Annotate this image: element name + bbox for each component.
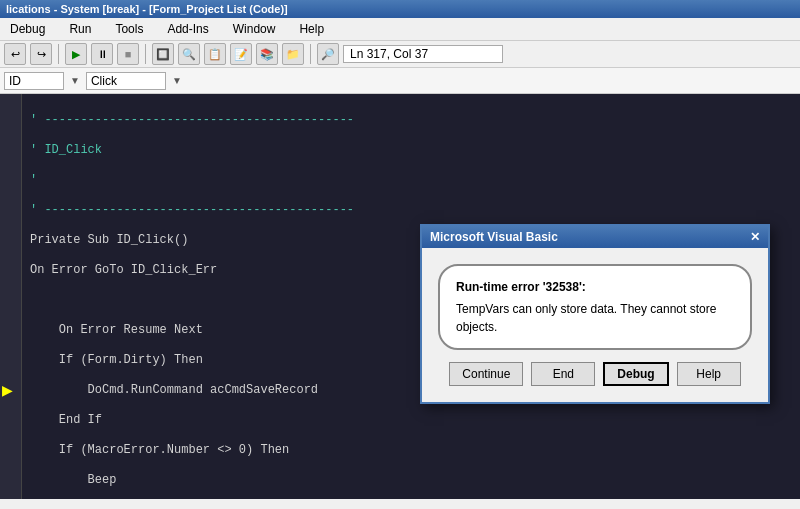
code-line-12: If (MacroError.Number <> 0) Then	[30, 442, 792, 458]
toolbar-btn-breakpoint[interactable]: 🔲	[152, 43, 174, 65]
sub-toolbar: ID ▼ Click ▼	[0, 68, 800, 94]
dialog-title-text: Microsoft Visual Basic	[430, 230, 558, 244]
event-selector[interactable]: Click	[86, 72, 166, 90]
menu-window[interactable]: Window	[227, 20, 282, 38]
end-button[interactable]: End	[531, 362, 595, 386]
menu-tools[interactable]: Tools	[109, 20, 149, 38]
menu-run[interactable]: Run	[63, 20, 97, 38]
toolbar-btn-pause[interactable]: ⏸	[91, 43, 113, 65]
toolbar-btn-undo[interactable]: ↩	[4, 43, 26, 65]
menu-debug[interactable]: Debug	[4, 20, 51, 38]
title-text: lications - System [break] - [Form_Proje…	[6, 3, 288, 15]
toolbar-btn-locals[interactable]: 📋	[204, 43, 226, 65]
dialog-title-bar: Microsoft Visual Basic ✕	[422, 226, 768, 248]
code-gutter: ▶	[0, 94, 22, 499]
dialog-message-box: Run-time error '32538': TempVars can onl…	[438, 264, 752, 350]
execution-arrow: ▶	[2, 382, 13, 398]
toolbar-sep-3	[310, 44, 311, 64]
toolbar-btn-callstack[interactable]: 📚	[256, 43, 278, 65]
toolbar-btn-immwin[interactable]: 📝	[230, 43, 252, 65]
menu-bar: Debug Run Tools Add-Ins Window Help	[0, 18, 800, 41]
continue-button[interactable]: Continue	[449, 362, 523, 386]
help-button[interactable]: Help	[677, 362, 741, 386]
menu-addins[interactable]: Add-Ins	[161, 20, 214, 38]
code-line-4: ' --------------------------------------…	[30, 202, 792, 218]
toolbar-btn-objbrowser[interactable]: 🔎	[317, 43, 339, 65]
dialog-close-icon[interactable]: ✕	[750, 230, 760, 244]
error-dialog: Microsoft Visual Basic ✕ Run-time error …	[420, 224, 770, 404]
title-bar: lications - System [break] - [Form_Proje…	[0, 0, 800, 18]
code-line-3: '	[30, 172, 792, 188]
object-selector[interactable]: ID	[4, 72, 64, 90]
dialog-message-text: TempVars can only store data. They canno…	[456, 300, 734, 336]
main-area: ▶ ' ------------------------------------…	[0, 94, 800, 499]
toolbar-sep-1	[58, 44, 59, 64]
dialog-content: Run-time error '32538': TempVars can onl…	[422, 248, 768, 402]
code-line-1: ' --------------------------------------…	[30, 112, 792, 128]
toolbar-sep-2	[145, 44, 146, 64]
location-display: Ln 317, Col 37	[343, 45, 503, 63]
code-line-13: Beep	[30, 472, 792, 488]
code-line-2: ' ID_Click	[30, 142, 792, 158]
toolbar-btn-stop[interactable]: ■	[117, 43, 139, 65]
toolbar: ↩ ↪ ▶ ⏸ ■ 🔲 🔍 📋 📝 📚 📁 🔎 Ln 317, Col 37	[0, 41, 800, 68]
dropdown-arrow-2[interactable]: ▼	[172, 75, 182, 86]
toolbar-btn-redo[interactable]: ↪	[30, 43, 52, 65]
menu-help[interactable]: Help	[293, 20, 330, 38]
toolbar-btn-project[interactable]: 📁	[282, 43, 304, 65]
dialog-error-title: Run-time error '32538':	[456, 278, 734, 296]
code-line-11: End If	[30, 412, 792, 428]
toolbar-btn-run[interactable]: ▶	[65, 43, 87, 65]
dialog-buttons: Continue End Debug Help	[438, 362, 752, 386]
debug-button[interactable]: Debug	[603, 362, 668, 386]
dropdown-arrow-1[interactable]: ▼	[70, 75, 80, 86]
toolbar-btn-watch[interactable]: 🔍	[178, 43, 200, 65]
